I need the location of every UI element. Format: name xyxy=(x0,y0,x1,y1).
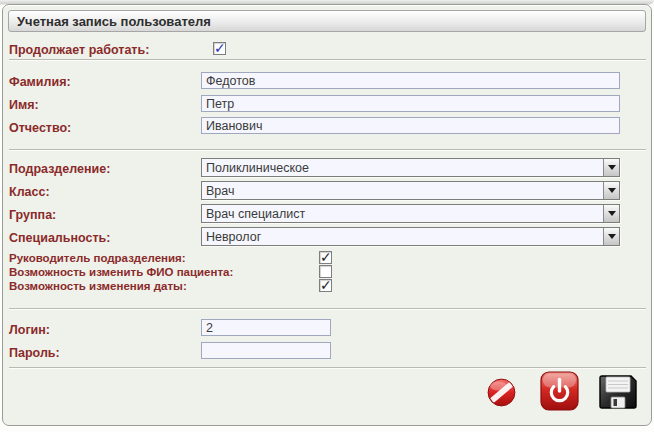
cancel-button[interactable] xyxy=(487,378,516,407)
last-name-label: Фамилия: xyxy=(9,75,71,89)
specialty-value: Невролог xyxy=(202,230,603,244)
department-select[interactable]: Поликлиническое xyxy=(201,158,620,177)
separator xyxy=(9,149,646,151)
department-value: Поликлиническое xyxy=(202,161,603,175)
middle-name-label: Отчество: xyxy=(9,121,71,135)
no-entry-icon xyxy=(487,395,516,410)
active-label: Продолжает работать: xyxy=(9,43,149,57)
user-account-panel: Учетная запись пользователя Продолжает р… xyxy=(2,4,652,426)
middle-name-input[interactable] xyxy=(201,117,620,134)
save-button[interactable] xyxy=(598,374,638,410)
head-of-department-checkbox[interactable] xyxy=(319,251,332,264)
password-label: Пароль: xyxy=(9,346,60,360)
chevron-down-icon[interactable] xyxy=(603,205,619,222)
chevron-down-icon[interactable] xyxy=(603,228,619,245)
chevron-down-icon[interactable] xyxy=(603,159,619,176)
class-select[interactable]: Врач xyxy=(201,181,620,200)
separator xyxy=(9,59,646,61)
panel-title: Учетная запись пользователя xyxy=(8,10,646,32)
edit-date-label: Возможность изменения даты: xyxy=(9,280,187,293)
group-select[interactable]: Врач специалист xyxy=(201,204,620,223)
last-name-input[interactable] xyxy=(201,72,620,89)
first-name-input[interactable] xyxy=(201,95,620,112)
specialty-label: Специальность: xyxy=(9,231,110,245)
separator xyxy=(9,367,646,369)
class-label: Класс: xyxy=(9,185,50,199)
active-checkbox[interactable] xyxy=(213,42,226,55)
power-icon xyxy=(540,399,579,414)
power-button[interactable] xyxy=(540,371,579,411)
department-label: Подразделение: xyxy=(9,162,110,176)
first-name-label: Имя: xyxy=(9,98,39,112)
panel-title-text: Учетная запись пользователя xyxy=(17,14,211,29)
login-input[interactable] xyxy=(201,319,331,336)
group-value: Врач специалист xyxy=(202,207,603,221)
chevron-down-icon[interactable] xyxy=(603,182,619,199)
separator xyxy=(9,308,646,310)
login-label: Логин: xyxy=(9,323,50,337)
edit-patient-name-label: Возможность изменить ФИО пациента: xyxy=(9,266,233,279)
edit-date-checkbox[interactable] xyxy=(319,279,332,292)
group-label: Группа: xyxy=(9,208,56,222)
floppy-disk-icon xyxy=(598,398,638,413)
specialty-select[interactable]: Невролог xyxy=(201,227,620,246)
password-input[interactable] xyxy=(201,342,331,359)
head-of-department-label: Руководитель подразделения: xyxy=(9,252,186,265)
class-value: Врач xyxy=(202,184,603,198)
